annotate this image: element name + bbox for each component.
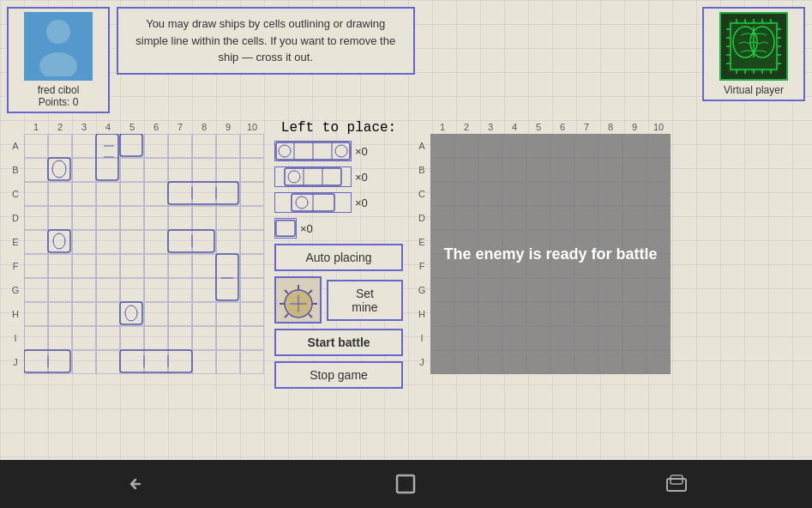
ship2-count: ×0 bbox=[355, 197, 368, 209]
ship3-count: ×0 bbox=[355, 171, 368, 184]
set-mine-button[interactable]: Setmine bbox=[327, 280, 403, 321]
player-grid[interactable]: A B C D E F G H I J bbox=[7, 134, 264, 374]
svg-point-53 bbox=[279, 145, 291, 157]
top-section: fred cibol Points: 0 You may draw ships … bbox=[0, 0, 812, 120]
svg-rect-62 bbox=[276, 221, 295, 236]
enemy-avatar bbox=[719, 12, 788, 81]
start-battle-button[interactable]: Start battle bbox=[274, 329, 403, 356]
svg-line-67 bbox=[309, 314, 312, 318]
enemy-ready-overlay: The enemy is ready for battle bbox=[430, 134, 671, 374]
left-to-place-label: Left to place: bbox=[281, 120, 396, 136]
instruction-box: You may draw ships by cells outlining or… bbox=[117, 7, 415, 75]
ship2-img bbox=[274, 192, 352, 213]
ship1-count: ×0 bbox=[300, 222, 313, 235]
ship1-img bbox=[274, 218, 297, 239]
svg-point-58 bbox=[288, 171, 300, 183]
svg-point-54 bbox=[335, 145, 347, 157]
enemy-name: Virtual player bbox=[724, 84, 784, 96]
svg-line-70 bbox=[285, 314, 288, 318]
instruction-text: You may draw ships by cells outlining or… bbox=[135, 17, 395, 64]
player-card: fred cibol Points: 0 bbox=[7, 7, 110, 113]
player-grid-section: 1 2 3 4 5 6 7 8 9 10 A B C D bbox=[7, 120, 264, 460]
svg-point-61 bbox=[296, 197, 308, 209]
ship3-img bbox=[274, 166, 352, 187]
svg-line-65 bbox=[309, 290, 312, 293]
svg-line-68 bbox=[285, 290, 288, 293]
ship4-img bbox=[274, 141, 352, 161]
svg-rect-73 bbox=[397, 475, 414, 493]
player-avatar bbox=[24, 12, 93, 81]
ship4-row: ×0 bbox=[274, 141, 368, 161]
ship1-row: ×0 bbox=[274, 218, 313, 239]
player-info: fred cibol Points: 0 bbox=[38, 84, 80, 108]
mine-image bbox=[274, 276, 322, 324]
stop-game-button[interactable]: Stop game bbox=[274, 361, 403, 389]
player-col-labels: 1 2 3 4 5 6 7 8 9 10 bbox=[24, 120, 264, 134]
enemy-ready-text: The enemy is ready for battle bbox=[443, 245, 657, 263]
svg-point-1 bbox=[39, 52, 77, 76]
enemy-col-labels: 1 2 3 4 5 6 7 8 9 10 bbox=[430, 120, 671, 134]
ship4-count: ×0 bbox=[355, 145, 368, 158]
player-name: fred cibol bbox=[38, 84, 80, 96]
recent-button[interactable] bbox=[651, 467, 702, 501]
home-button[interactable] bbox=[380, 467, 431, 501]
main-content: 1 2 3 4 5 6 7 8 9 10 A B C D bbox=[0, 120, 812, 460]
back-button[interactable] bbox=[110, 467, 161, 501]
mine-section: Setmine bbox=[274, 276, 403, 324]
nav-bar bbox=[0, 460, 812, 508]
player-points: Points: 0 bbox=[38, 96, 80, 108]
svg-point-0 bbox=[46, 20, 70, 44]
enemy-grid-section: 1 2 3 4 5 6 7 8 9 10 A B C D E F G H I bbox=[413, 120, 671, 460]
auto-placing-button[interactable]: Auto placing bbox=[274, 244, 403, 271]
center-panel: Left to place: ×0 bbox=[268, 120, 410, 460]
enemy-info: Virtual player bbox=[724, 84, 784, 96]
ship2-row: ×0 bbox=[274, 192, 368, 213]
enemy-card: Virtual player bbox=[702, 7, 805, 101]
ship3-row: ×0 bbox=[274, 166, 368, 187]
game-area: fred cibol Points: 0 You may draw ships … bbox=[0, 0, 812, 460]
enemy-grid[interactable]: A B C D E F G H I J The enemy is ready f… bbox=[413, 134, 671, 374]
